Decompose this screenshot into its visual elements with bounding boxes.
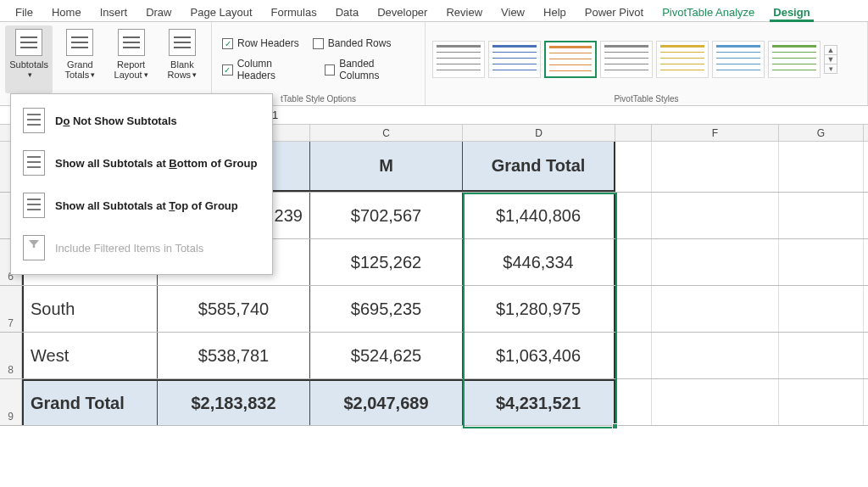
row-headers-checkbox[interactable]: ✓Row Headers <box>222 37 299 49</box>
column-headers-checkbox[interactable]: ✓Column Headers <box>222 58 311 81</box>
chevron-down-icon: ▾ <box>28 71 32 80</box>
cell[interactable] <box>652 193 779 238</box>
styles-scroll-up[interactable]: ▲ <box>825 46 837 55</box>
pivot-grand-total-cell[interactable]: $2,183,832 <box>158 379 310 425</box>
pivot-header-cell[interactable]: M <box>310 142 463 192</box>
banded-columns-checkbox[interactable]: Banded Columns <box>325 58 415 81</box>
subtotals-icon <box>15 29 42 56</box>
cell[interactable] <box>779 286 864 332</box>
ribbon-group-styles: ▲ ▼ ▾ PivotTable Styles <box>426 22 868 105</box>
table-row: 7 South $585,740 $695,235 $1,280,975 <box>0 286 868 333</box>
cell[interactable] <box>652 333 779 378</box>
styles-more[interactable]: ▾ <box>825 64 837 73</box>
pivot-grand-total-label[interactable]: Grand Total <box>22 379 158 425</box>
style-thumbnail[interactable] <box>656 41 709 78</box>
tab-data[interactable]: Data <box>327 3 367 21</box>
dropdown-item-bottom[interactable]: Show all Subtotals at Bottom of Group <box>11 142 272 184</box>
pivot-data-cell[interactable]: $585,740 <box>158 286 310 332</box>
style-thumbnail[interactable] <box>488 41 541 78</box>
col-header-E[interactable] <box>615 125 652 141</box>
subtotals-dropdown: Do Not Show Subtotals Show all Subtotals… <box>10 93 273 275</box>
tab-file[interactable]: File <box>7 3 42 21</box>
pivot-data-cell[interactable]: $538,781 <box>158 333 310 378</box>
tab-help[interactable]: Help <box>535 3 575 21</box>
row-number[interactable]: 8 <box>0 333 22 378</box>
col-header-F[interactable]: F <box>652 125 779 141</box>
report-layout-label: Report Layout <box>114 59 146 80</box>
subtotal-top-icon <box>23 193 45 218</box>
tab-developer[interactable]: Developer <box>369 3 436 21</box>
blank-rows-icon <box>169 29 196 56</box>
cell[interactable] <box>615 239 652 285</box>
dropdown-item-include-filtered: Include Filtered Items in Totals <box>11 227 272 269</box>
cell[interactable] <box>615 142 652 192</box>
pivot-data-cell[interactable]: $1,440,806 <box>463 193 615 238</box>
pivot-data-cell[interactable]: $1,280,975 <box>463 286 615 332</box>
tab-page-layout[interactable]: Page Layout <box>182 3 261 21</box>
pivot-data-cell[interactable]: $524,625 <box>310 333 463 378</box>
cell[interactable] <box>652 239 779 285</box>
tab-pivottable-analyze[interactable]: PivotTable Analyze <box>654 3 763 21</box>
style-thumbnail[interactable] <box>600 41 653 78</box>
cell[interactable] <box>779 379 864 425</box>
row-number[interactable]: 7 <box>0 286 22 332</box>
grand-totals-label: Grand Totals <box>65 59 93 80</box>
blank-rows-label: Blank Rows <box>168 59 194 80</box>
row-number[interactable]: 9 <box>0 379 22 425</box>
pivot-row-label[interactable]: South <box>22 286 158 332</box>
dropdown-item-top[interactable]: Show all Subtotals at Top of Group <box>11 184 272 227</box>
banded-rows-checkbox[interactable]: Banded Rows <box>313 37 392 49</box>
pivot-data-cell[interactable]: $695,235 <box>310 286 463 332</box>
blank-rows-button[interactable]: Blank Rows ▾ <box>159 25 206 93</box>
group-label-styles: PivotTable Styles <box>431 93 862 104</box>
banded-rows-label: Banded Rows <box>328 37 392 49</box>
subtotals-label: Subtotals <box>9 59 48 70</box>
cell[interactable] <box>615 333 652 378</box>
pivot-row-label[interactable]: West <box>22 333 158 378</box>
col-header-C[interactable]: C <box>310 125 463 141</box>
style-thumbnail[interactable] <box>544 41 597 78</box>
tab-draw[interactable]: Draw <box>137 3 180 21</box>
tab-power-pivot[interactable]: Power Pivot <box>576 3 652 21</box>
tab-design[interactable]: Design <box>765 3 818 21</box>
cell[interactable] <box>779 142 864 192</box>
pivot-data-cell[interactable]: $1,063,406 <box>463 333 615 378</box>
cell[interactable] <box>652 142 779 192</box>
pivot-data-cell[interactable]: $702,567 <box>310 193 463 238</box>
cell[interactable] <box>652 379 779 425</box>
tab-home[interactable]: Home <box>43 3 90 21</box>
tab-view[interactable]: View <box>492 3 533 21</box>
col-header-D[interactable]: D <box>463 125 615 141</box>
grand-totals-button[interactable]: Grand Totals ▾ <box>56 25 103 93</box>
cell[interactable] <box>652 286 779 332</box>
table-row: 8 West $538,781 $524,625 $1,063,406 <box>0 333 868 379</box>
tab-formulas[interactable]: Formulas <box>263 3 326 21</box>
table-row: 9 Grand Total $2,183,832 $2,047,689 $4,2… <box>0 379 868 426</box>
cell[interactable] <box>615 379 652 425</box>
style-thumbnail[interactable] <box>432 41 485 78</box>
report-layout-icon <box>118 29 145 56</box>
pivot-grand-total-cell[interactable]: $2,047,689 <box>310 379 463 425</box>
style-thumbnail[interactable] <box>712 41 765 78</box>
cell[interactable] <box>779 333 864 378</box>
tab-insert[interactable]: Insert <box>92 3 136 21</box>
fill-handle[interactable] <box>612 423 618 429</box>
cell[interactable] <box>779 239 864 285</box>
pivot-data-cell[interactable]: $125,262 <box>310 239 463 285</box>
pivot-grand-total-cell[interactable]: $4,231,521 <box>463 379 615 425</box>
tab-review[interactable]: Review <box>437 3 491 21</box>
pivot-header-cell[interactable]: Grand Total <box>463 142 615 192</box>
report-layout-button[interactable]: Report Layout ▾ <box>108 25 155 93</box>
cell[interactable] <box>615 286 652 332</box>
pivot-data-cell[interactable]: $446,334 <box>463 239 615 285</box>
cell[interactable] <box>615 193 652 238</box>
dd-text: Show all Subtotals at <box>55 199 169 212</box>
row-headers-label: Row Headers <box>237 37 299 49</box>
col-header-G[interactable]: G <box>779 125 864 141</box>
dropdown-item-do-not-show[interactable]: Do Not Show Subtotals <box>11 99 272 142</box>
dd-text: ottom of Group <box>177 157 258 170</box>
subtotals-button[interactable]: Subtotals▾ <box>5 25 53 93</box>
cell[interactable] <box>779 193 864 238</box>
style-thumbnail[interactable] <box>768 41 821 78</box>
styles-scroll-down[interactable]: ▼ <box>825 55 837 64</box>
